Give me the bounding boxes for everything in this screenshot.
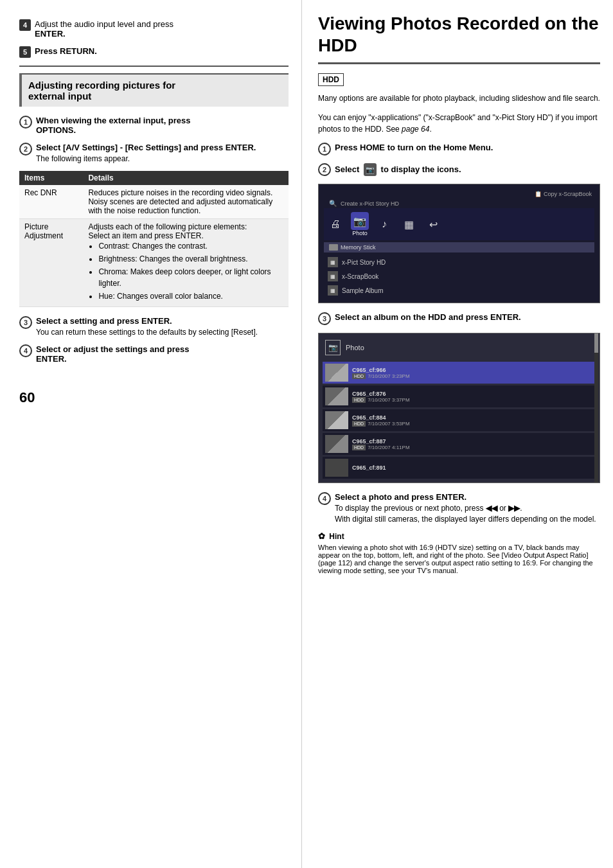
left-step-3-row: 3 Select a setting and press ENTER. You … — [19, 316, 289, 337]
hint-text: When viewing a photo shot with 16:9 (HDT… — [318, 544, 600, 574]
intro-text-1: Many options are available for photo pla… — [318, 93, 600, 104]
memory-stick-label: Memory Stick — [341, 244, 376, 251]
album-photo-icon: 📷 — [325, 340, 341, 355]
album-thumb — [325, 364, 348, 382]
album-thumb — [325, 435, 348, 453]
left-step-2-text: Select [A/V Settings] - [Rec Settings] a… — [36, 143, 256, 152]
hdd-small-badge: HDD — [352, 373, 366, 379]
step-4-badge: 4 — [19, 19, 31, 31]
step-4-text: Adjust the audio input level and press — [35, 19, 173, 29]
right-step-3-text: Select an album on the HDD and press ENT… — [335, 312, 521, 322]
page-number-container: 60 — [19, 389, 289, 406]
left-step-4b-content: Select or adjust the settings and press … — [36, 344, 289, 364]
album-list-item: C965_cf:887 HDD 7/10/2007 4:11PM — [323, 433, 596, 455]
home-menu-icon-printer: 🖨 — [326, 215, 344, 233]
step-5-badge: 5 — [19, 46, 31, 58]
album-filename: C965_cf:966 — [352, 367, 593, 373]
left-step-2-content: Select [A/V Settings] - [Rec Settings] a… — [36, 143, 289, 163]
side-items: ▦ x-Pict Story HD ▦ x-ScrapBook ▦ Sample… — [324, 255, 594, 297]
album-list-screenshot: 📷 Photo C965_cf:966 HDD 7/10/2007 3:23PM — [318, 333, 600, 483]
table-row: Picture Adjustment Adjusts each of the f… — [19, 219, 289, 307]
right-step-2-text2: to display the icons. — [381, 164, 461, 174]
album-filename: C965_cf:876 — [352, 391, 593, 397]
left-step-1-options: OPTIONS. — [36, 125, 76, 135]
album-info: C965_cf:887 HDD 7/10/2007 4:11PM — [352, 438, 593, 450]
album-filename: C965_cf:887 — [352, 438, 593, 445]
section-divider — [19, 66, 289, 67]
album-thumb — [325, 387, 348, 405]
left-step-1-badge: 1 — [19, 116, 32, 128]
right-step-1-badge: 1 — [318, 143, 331, 155]
create-row: 🔍 Create x-Pict Story HD — [324, 199, 594, 208]
list-item: Hue: Changes overall color balance. — [98, 290, 283, 302]
album-info: C965_cf:884 HDD 7/10/2007 3:53PM — [352, 414, 593, 427]
step-5-text: Press RETURN. — [35, 46, 97, 56]
album-date: HDD 7/10/2007 4:11PM — [352, 445, 593, 450]
xscrap-label: x-ScrapBook — [342, 273, 378, 280]
left-step-2-row: 2 Select [A/V Settings] - [Rec Settings]… — [19, 143, 289, 163]
album-header: 📷 Photo — [323, 337, 596, 358]
menu-item-col: 🖨 — [326, 215, 344, 233]
picture-adj-detail: Adjusts each of the following picture el… — [83, 219, 289, 307]
sample-label: Sample Album — [342, 287, 383, 294]
step-5-row: 5 Press RETURN. — [19, 46, 289, 58]
album-info: C965_cf:891 — [352, 465, 593, 471]
album-list-item: C965_cf:876 HDD 7/10/2007 3:37PM — [323, 385, 596, 407]
right-step-3-content: Select an album on the HDD and press ENT… — [335, 312, 600, 322]
menu-item-col-music: ♪ — [375, 215, 393, 233]
picture-adj-item: Picture Adjustment — [19, 219, 83, 307]
step-4-row: 4 Adjust the audio input level and press… — [19, 19, 289, 39]
copy-label: 📋 Copy x-ScrapBook — [535, 191, 592, 197]
photo-header-label: Photo — [346, 344, 364, 351]
home-menu-icon-return: ↩ — [424, 215, 442, 233]
settings-table: Items Details Rec DNR Reduces picture no… — [19, 171, 289, 307]
right-step-2-row: 2 Select 📷 to display the icons. — [318, 163, 600, 176]
side-item-xscrap: ▦ x-ScrapBook — [324, 269, 594, 283]
memory-stick-row: Memory Stick — [324, 242, 594, 252]
hint-title: ✿ Hint — [318, 531, 600, 541]
xscrap-icon: ▦ — [328, 271, 338, 281]
sample-icon: ▦ — [328, 285, 338, 296]
list-item: Chroma: Makes deep colors deeper, or lig… — [98, 266, 283, 289]
hdd-small-badge: HDD — [352, 445, 366, 450]
left-step-1-content: When viewing the external input, press O… — [36, 116, 289, 135]
right-step-4-sub2: With digital still cameras, the displaye… — [335, 515, 600, 524]
album-info: C965_cf:966 HDD 7/10/2007 3:23PM — [352, 367, 593, 379]
album-info: C965_cf:876 HDD 7/10/2007 3:37PM — [352, 391, 593, 403]
right-step-4-sub1: To display the previous or next photo, p… — [335, 504, 600, 513]
menu-item-col-return: ↩ — [424, 215, 442, 233]
hdd-small-badge: HDD — [352, 397, 366, 403]
album-filename: C965_cf:891 — [352, 465, 593, 471]
scrollbar[interactable] — [594, 333, 598, 483]
left-step-3-sub: You can return these settings to the def… — [36, 328, 289, 337]
right-step-4-badge: 4 — [318, 492, 331, 505]
hdd-badge: HDD — [318, 73, 344, 86]
right-step-1-row: 1 Press HOME to turn on the Home Menu. — [318, 143, 600, 155]
page-title: Viewing Photos Recorded on the HDD — [318, 13, 600, 64]
photo-label: Photo — [352, 230, 368, 236]
left-step-3-badge: 3 — [19, 316, 32, 329]
album-list-item: C965_cf:891 — [323, 457, 596, 479]
right-step-1-text: Press HOME to turn on the Home Menu. — [335, 143, 493, 152]
hint-section: ✿ Hint When viewing a photo shot with 16… — [318, 531, 600, 574]
album-filename: C965_cf:884 — [352, 414, 593, 421]
xpict-label: x-Pict Story HD — [342, 259, 386, 266]
scrollbar-thumb[interactable] — [594, 333, 598, 353]
list-item: Contrast: Changes the contrast. — [98, 240, 283, 252]
album-list: C965_cf:966 HDD 7/10/2007 3:23PM C965_cf… — [323, 362, 596, 479]
list-item: Brightness: Changes the overall brightne… — [98, 253, 283, 265]
side-item-sample: ▦ Sample Album — [324, 283, 594, 297]
section-heading: Adjusting recording pictures for externa… — [19, 73, 289, 107]
menu-copy-row: 📋 Copy x-ScrapBook — [324, 190, 594, 199]
right-step-4-row: 4 Select a photo and press ENTER. To dis… — [318, 492, 600, 524]
xpict-icon: ▦ — [328, 257, 338, 267]
left-step-4b-badge: 4 — [19, 344, 32, 357]
page-container: 4 Adjust the audio input level and press… — [0, 0, 613, 868]
hint-icon: ✿ — [318, 531, 325, 541]
memory-stick-icon — [329, 244, 338, 251]
left-step-2-sub: The following items appear. — [36, 154, 289, 163]
menu-item-col-camera: 📷 Photo — [351, 212, 369, 236]
left-column: 4 Adjust the audio input level and press… — [0, 0, 302, 868]
left-step-4b-bold: ENTER. — [36, 354, 67, 364]
step-4-content: Adjust the audio input level and press E… — [35, 19, 289, 39]
